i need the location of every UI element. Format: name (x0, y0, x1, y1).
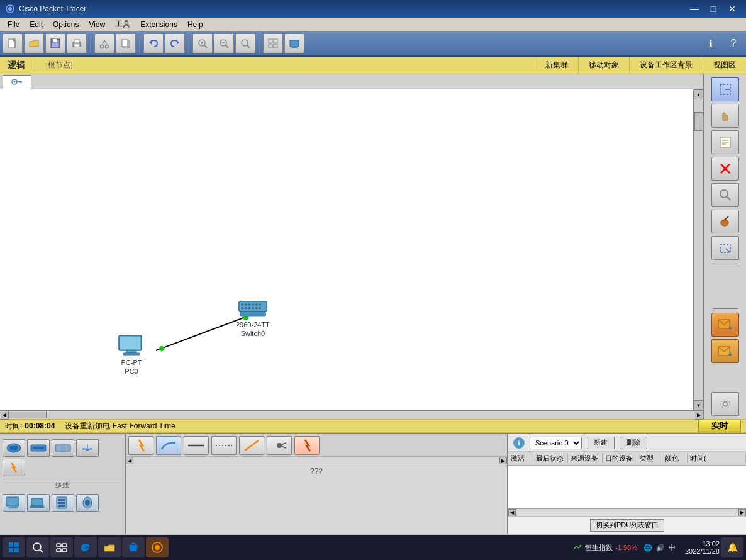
pdu-info-icon[interactable]: i (513, 437, 525, 449)
grid-button[interactable] (263, 33, 283, 53)
zoom-fit-button[interactable] (235, 33, 255, 53)
notification-button[interactable]: 🔔 (721, 537, 743, 557)
delete-pdu-btn[interactable]: 删除 (620, 437, 647, 449)
device-pc0[interactable]: PC-PT PC0 (116, 335, 147, 375)
info-button[interactable]: ℹ (701, 33, 721, 53)
menu-tools[interactable]: 工具 (110, 18, 135, 31)
sub-laptop[interactable] (27, 494, 50, 512)
store-button[interactable] (122, 537, 145, 557)
hand-tool[interactable] (711, 104, 739, 128)
sub-pc[interactable] (3, 494, 25, 512)
ime-icon[interactable]: 中 (669, 543, 676, 552)
start-button[interactable] (3, 537, 25, 557)
svg-rect-32 (290, 40, 299, 47)
svg-rect-89 (58, 499, 65, 501)
svg-rect-87 (30, 506, 44, 508)
cut-button[interactable] (94, 33, 114, 53)
cable-straight[interactable] (184, 436, 209, 455)
pdu-scroll-right[interactable]: ▶ (738, 509, 746, 517)
new-button[interactable] (3, 33, 23, 53)
print-button[interactable] (67, 33, 87, 53)
switch-pdu-btn[interactable]: 切换到PDU列表窗口 (590, 519, 664, 532)
zoom-out-button[interactable] (214, 33, 234, 53)
view-area-btn[interactable]: 视图区 (703, 57, 746, 74)
svg-point-12 (106, 45, 109, 48)
cat-lightning[interactable] (3, 459, 25, 476)
pdu-scroll-left[interactable]: ◀ (508, 509, 516, 517)
sub-server[interactable] (52, 494, 74, 512)
menu-extensions[interactable]: Extensions (135, 19, 182, 30)
scroll-up-btn[interactable]: ▲ (694, 89, 704, 99)
menu-options[interactable]: Options (48, 19, 84, 30)
help-button[interactable]: ? (723, 33, 743, 53)
network-icon[interactable]: 🌐 (643, 544, 652, 552)
scroll-thumb-h[interactable] (9, 411, 47, 418)
scenario-select[interactable]: Scenario 0 (530, 437, 582, 449)
cable-scroll-left[interactable]: ◀ (126, 457, 133, 464)
svg-point-40 (159, 346, 164, 351)
workspace-bg-btn[interactable]: 设备工作区背景 (630, 57, 703, 74)
new-cluster-btn[interactable]: 新集群 (535, 57, 579, 74)
cat-routers[interactable] (3, 439, 25, 457)
svg-point-77 (721, 400, 730, 408)
cable-dotted[interactable] (211, 436, 237, 455)
select-tool[interactable] (711, 77, 739, 101)
zoom-tool[interactable] (711, 183, 739, 207)
device-button[interactable] (284, 33, 304, 53)
undo-button[interactable] (143, 33, 164, 53)
menu-file[interactable]: File (3, 19, 25, 30)
cable-scrollbar: ◀ ▶ (126, 457, 507, 464)
menu-view[interactable]: View (84, 19, 110, 30)
cable-orange[interactable] (239, 436, 264, 455)
search-button[interactable] (26, 537, 49, 557)
cat-hubs[interactable] (52, 439, 74, 457)
canvas-area: PC-PT PC0 (0, 74, 703, 419)
pdu-list-button[interactable]: + (711, 339, 739, 363)
cat-wireless[interactable] (76, 439, 99, 457)
menu-edit[interactable]: Edit (25, 19, 48, 30)
redo-button[interactable] (165, 33, 185, 53)
delete-tool[interactable] (711, 157, 739, 181)
paint-tool[interactable] (711, 210, 739, 233)
edge-button[interactable] (74, 537, 97, 557)
svg-line-24 (226, 45, 228, 48)
scroll-left-btn[interactable]: ◀ (0, 411, 9, 420)
dashed-rect-tool[interactable] (711, 236, 739, 260)
zoom-in-button[interactable] (192, 33, 213, 53)
maximize-button[interactable]: □ (704, 3, 722, 15)
cable-curve[interactable] (156, 436, 181, 455)
note-tool[interactable] (711, 130, 739, 154)
cable-lightning1[interactable] (128, 436, 153, 455)
new-pdu-btn[interactable]: 新建 (587, 437, 615, 449)
copy-button[interactable] (116, 33, 136, 53)
cat-switches[interactable] (27, 439, 50, 457)
cable-lightning2[interactable] (294, 436, 320, 455)
device-switch0[interactable]: 2960-24TT Switch0 (236, 297, 270, 337)
move-objects-btn[interactable]: 移动对象 (579, 57, 630, 74)
scroll-thumb-v[interactable] (694, 112, 703, 131)
menu-help[interactable]: Help (182, 19, 208, 30)
open-button[interactable] (24, 33, 44, 53)
minimize-button[interactable]: — (686, 3, 703, 15)
explorer-button[interactable] (98, 537, 121, 557)
save-button[interactable] (45, 33, 65, 53)
clock-section[interactable]: 13:02 2022/11/28 (682, 540, 720, 555)
taskview-button[interactable] (50, 537, 73, 557)
add-pdu-button[interactable]: + (711, 313, 739, 337)
canvas[interactable]: PC-PT PC0 (0, 89, 693, 410)
svg-point-26 (242, 40, 248, 46)
clock-date: 2022/11/28 (682, 547, 720, 555)
realtime-button[interactable]: 实时 (698, 420, 741, 432)
close-button[interactable]: ✕ (723, 3, 741, 15)
cable-scroll-right[interactable]: ▶ (499, 457, 507, 464)
settings-tool[interactable] (711, 392, 739, 416)
svg-rect-51 (255, 304, 258, 306)
scroll-down-btn[interactable]: ▼ (694, 400, 704, 410)
volume-icon[interactable]: 🔊 (656, 544, 665, 552)
cable-star[interactable] (267, 436, 292, 455)
cisco-button[interactable] (146, 537, 169, 557)
svg-rect-57 (255, 307, 258, 309)
scroll-right-btn[interactable]: ▶ (694, 411, 703, 420)
tab-logical[interactable] (3, 75, 31, 89)
sub-phone[interactable] (76, 494, 99, 512)
